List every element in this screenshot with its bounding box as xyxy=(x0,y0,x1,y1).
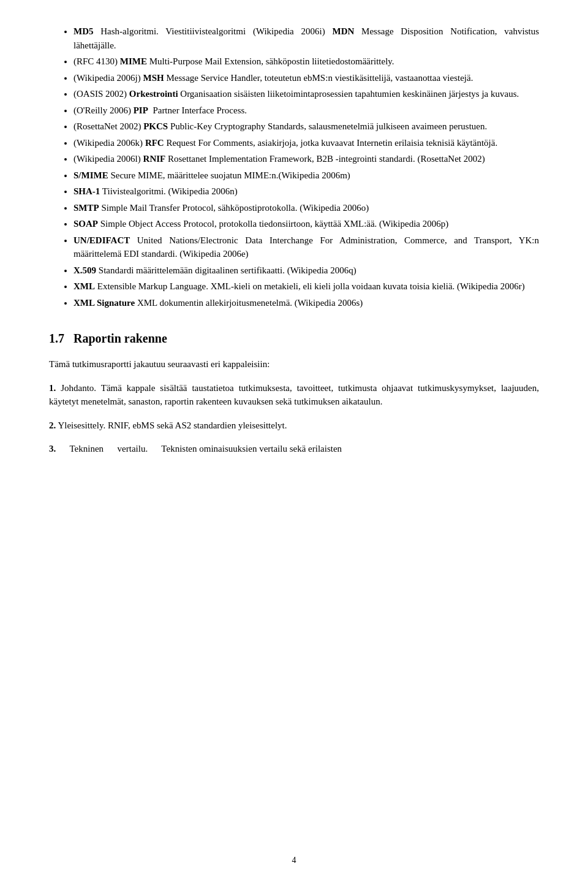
list-item: (Wikipedia 2006l) RNIF Rosettanet Implem… xyxy=(74,152,539,166)
list-item: SHA-1 Tiivistealgoritmi. (Wikipedia 2006… xyxy=(74,184,539,199)
term-sha1: SHA-1 xyxy=(74,186,100,196)
term-rfc: RFC xyxy=(145,138,164,148)
term-pkcs: PKCS xyxy=(143,121,168,131)
item-number-1: 1. xyxy=(49,383,56,393)
list-item: (Wikipedia 2006j) MSH Message Service Ha… xyxy=(74,71,539,85)
term-pip: PIP xyxy=(134,105,148,115)
term-smime: S/MIME xyxy=(74,170,108,180)
list-item: (RFC 4130) MIME Multi-Purpose Mail Exten… xyxy=(74,55,539,69)
bullet-list: MD5 Hash-algoritmi. Viestitiivistealgori… xyxy=(74,25,539,310)
list-item: X.509 Standardi määrittelemään digitaali… xyxy=(74,264,539,278)
term-rnif: RNIF xyxy=(143,154,166,164)
list-item: SOAP Simple Object Access Protocol, prot… xyxy=(74,217,539,231)
term-orkestrointi: Orkestrointi xyxy=(129,89,178,99)
list-item: S/MIME Secure MIME, määrittelee suojatun… xyxy=(74,169,539,183)
list-item: (O'Reilly 2006) PIP Partner Interface Pr… xyxy=(74,104,539,118)
list-item: SMTP Simple Mail Transfer Protocol, sähk… xyxy=(74,201,539,215)
list-item: MD5 Hash-algoritmi. Viestitiivistealgori… xyxy=(74,25,539,52)
numbered-item-2: 2. Yleisesittely. RNIF, ebMS sekä AS2 st… xyxy=(49,419,539,433)
list-item: XML Extensible Markup Language. XML-kiel… xyxy=(74,279,539,294)
term-xml-signature: XML Signature xyxy=(74,298,135,308)
item-number-3: 3. xyxy=(49,444,56,454)
intro-paragraph: Tämä tutkimusraportti jakautuu seuraavas… xyxy=(49,357,539,371)
term-soap: SOAP xyxy=(74,219,98,229)
term-md5: MD5 xyxy=(74,26,94,36)
term-x509: X.509 xyxy=(74,265,96,275)
term-unedifact: UN/EDIFACT xyxy=(74,235,130,245)
section-number: 1.7 xyxy=(49,332,64,345)
term-mdn: MDN xyxy=(332,26,354,36)
term-smtp: SMTP xyxy=(74,203,99,213)
list-item: (Wikipedia 2006k) RFC Request For Commen… xyxy=(74,136,539,150)
term-xml: XML xyxy=(74,281,95,291)
page: MD5 Hash-algoritmi. Viestitiivistealgori… xyxy=(0,0,588,885)
access-word: Access xyxy=(155,219,181,229)
page-number: 4 xyxy=(292,854,296,867)
section-title: Raportin rakenne xyxy=(74,332,167,345)
list-item: UN/EDIFACT United Nations/Electronic Dat… xyxy=(74,234,539,261)
list-item: (OASIS 2002) Orkestrointi Organisaation … xyxy=(74,87,539,101)
term-msh: MSH xyxy=(143,73,164,83)
term-mime: MIME xyxy=(120,56,147,66)
numbered-item-3: 3. Tekninen vertailu. Teknisten ominaisu… xyxy=(49,442,539,456)
list-item: XML Signature XML dokumentin allekirjoit… xyxy=(74,296,539,310)
numbered-item-1: 1. Johdanto. Tämä kappale sisältää taust… xyxy=(49,381,539,409)
list-item: (RosettaNet 2002) PKCS Public-Key Crypto… xyxy=(74,120,539,134)
item-number-2: 2. xyxy=(49,420,56,430)
section-heading-1-7: 1.7 Raportin rakenne xyxy=(49,329,539,348)
